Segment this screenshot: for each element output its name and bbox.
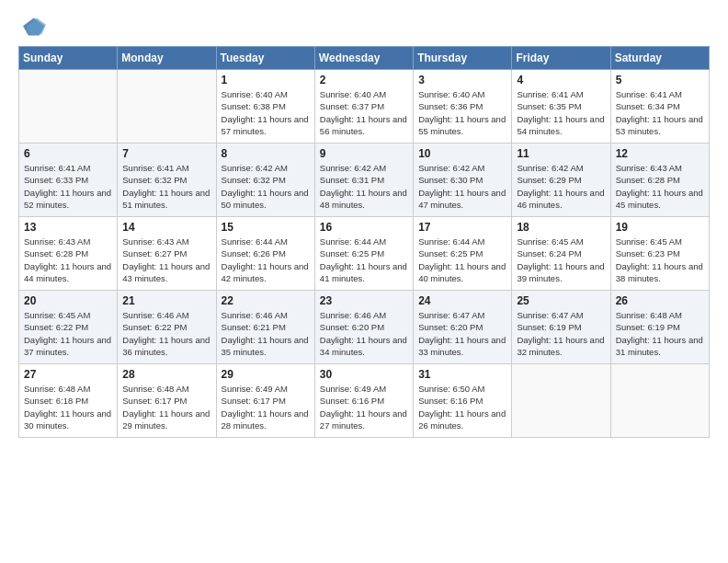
- calendar-cell: 7Sunrise: 6:41 AMSunset: 6:32 PMDaylight…: [118, 144, 216, 217]
- calendar-cell: 25Sunrise: 6:47 AMSunset: 6:19 PMDayligh…: [512, 291, 610, 364]
- day-number: 19: [616, 221, 704, 234]
- day-number: 16: [320, 221, 408, 234]
- cell-detail: Sunrise: 6:42 AMSunset: 6:30 PMDaylight:…: [418, 162, 506, 211]
- cell-detail: Sunrise: 6:45 AMSunset: 6:22 PMDaylight:…: [24, 309, 112, 358]
- day-number: 23: [320, 294, 408, 307]
- calendar-table: SundayMondayTuesdayWednesdayThursdayFrid…: [18, 46, 710, 438]
- days-header-row: SundayMondayTuesdayWednesdayThursdayFrid…: [19, 47, 710, 70]
- day-number: 22: [222, 294, 310, 307]
- day-number: 18: [517, 221, 605, 234]
- cell-detail: Sunrise: 6:42 AMSunset: 6:31 PMDaylight:…: [320, 162, 408, 211]
- day-number: 2: [320, 74, 408, 86]
- calendar-cell: 22Sunrise: 6:46 AMSunset: 6:21 PMDayligh…: [216, 291, 314, 364]
- day-number: 1: [222, 74, 310, 86]
- day-header-saturday: Saturday: [610, 47, 709, 70]
- day-number: 3: [418, 74, 506, 86]
- day-number: 30: [320, 368, 408, 381]
- day-number: 15: [222, 221, 310, 234]
- cell-detail: Sunrise: 6:45 AMSunset: 6:23 PMDaylight:…: [616, 236, 704, 284]
- cell-detail: Sunrise: 6:48 AMSunset: 6:17 PMDaylight:…: [122, 383, 210, 431]
- calendar-cell: 20Sunrise: 6:45 AMSunset: 6:22 PMDayligh…: [19, 291, 118, 364]
- calendar-week-5: 27Sunrise: 6:48 AMSunset: 6:18 PMDayligh…: [19, 364, 710, 438]
- day-number: 5: [616, 74, 704, 86]
- calendar-cell: 8Sunrise: 6:42 AMSunset: 6:32 PMDaylight…: [216, 144, 314, 217]
- cell-detail: Sunrise: 6:46 AMSunset: 6:20 PMDaylight:…: [320, 309, 408, 358]
- day-number: 17: [418, 221, 506, 234]
- cell-detail: Sunrise: 6:43 AMSunset: 6:28 PMDaylight:…: [24, 236, 112, 284]
- calendar-cell: 2Sunrise: 6:40 AMSunset: 6:37 PMDaylight…: [314, 70, 413, 144]
- calendar-cell: 31Sunrise: 6:50 AMSunset: 6:16 PMDayligh…: [414, 364, 512, 438]
- calendar-cell: 26Sunrise: 6:48 AMSunset: 6:19 PMDayligh…: [610, 291, 709, 364]
- logo: [18, 17, 46, 40]
- day-number: 8: [222, 147, 310, 160]
- day-header-thursday: Thursday: [414, 47, 512, 70]
- calendar-cell: [19, 70, 118, 144]
- day-header-sunday: Sunday: [19, 47, 118, 70]
- calendar-week-1: 1Sunrise: 6:40 AMSunset: 6:38 PMDaylight…: [19, 70, 710, 144]
- cell-detail: Sunrise: 6:47 AMSunset: 6:20 PMDaylight:…: [418, 309, 506, 358]
- cell-detail: Sunrise: 6:42 AMSunset: 6:29 PMDaylight:…: [517, 162, 605, 211]
- day-number: 26: [616, 294, 704, 307]
- calendar-cell: 17Sunrise: 6:44 AMSunset: 6:25 PMDayligh…: [414, 217, 512, 291]
- calendar-week-3: 13Sunrise: 6:43 AMSunset: 6:28 PMDayligh…: [19, 217, 710, 291]
- calendar-cell: 12Sunrise: 6:43 AMSunset: 6:28 PMDayligh…: [610, 144, 709, 217]
- header: [18, 17, 710, 40]
- cell-detail: Sunrise: 6:43 AMSunset: 6:27 PMDaylight:…: [122, 236, 210, 284]
- day-number: 21: [122, 294, 210, 307]
- cell-detail: Sunrise: 6:42 AMSunset: 6:32 PMDaylight:…: [222, 162, 310, 211]
- calendar-cell: 14Sunrise: 6:43 AMSunset: 6:27 PMDayligh…: [118, 217, 216, 291]
- cell-detail: Sunrise: 6:41 AMSunset: 6:33 PMDaylight:…: [24, 162, 112, 211]
- calendar-cell: 15Sunrise: 6:44 AMSunset: 6:26 PMDayligh…: [216, 217, 314, 291]
- calendar-cell: 3Sunrise: 6:40 AMSunset: 6:36 PMDaylight…: [414, 70, 512, 144]
- cell-detail: Sunrise: 6:48 AMSunset: 6:18 PMDaylight:…: [24, 383, 112, 431]
- cell-detail: Sunrise: 6:41 AMSunset: 6:35 PMDaylight:…: [517, 88, 605, 137]
- day-number: 31: [418, 368, 506, 381]
- day-number: 4: [517, 74, 605, 86]
- calendar-cell: 11Sunrise: 6:42 AMSunset: 6:29 PMDayligh…: [512, 144, 610, 217]
- day-number: 24: [418, 294, 506, 307]
- cell-detail: Sunrise: 6:40 AMSunset: 6:37 PMDaylight:…: [320, 88, 408, 137]
- calendar-cell: 9Sunrise: 6:42 AMSunset: 6:31 PMDaylight…: [314, 144, 413, 217]
- day-number: 12: [616, 147, 704, 160]
- cell-detail: Sunrise: 6:40 AMSunset: 6:36 PMDaylight:…: [418, 88, 506, 137]
- day-number: 14: [122, 221, 210, 234]
- cell-detail: Sunrise: 6:50 AMSunset: 6:16 PMDaylight:…: [418, 383, 506, 431]
- calendar-cell: 13Sunrise: 6:43 AMSunset: 6:28 PMDayligh…: [19, 217, 118, 291]
- day-number: 27: [24, 368, 112, 381]
- logo-icon: [20, 17, 46, 37]
- cell-detail: Sunrise: 6:40 AMSunset: 6:38 PMDaylight:…: [222, 88, 310, 137]
- day-number: 9: [320, 147, 408, 160]
- cell-detail: Sunrise: 6:41 AMSunset: 6:34 PMDaylight:…: [616, 88, 704, 137]
- calendar-cell: [610, 364, 709, 438]
- calendar-cell: 4Sunrise: 6:41 AMSunset: 6:35 PMDaylight…: [512, 70, 610, 144]
- calendar-cell: 30Sunrise: 6:49 AMSunset: 6:16 PMDayligh…: [314, 364, 413, 438]
- day-header-wednesday: Wednesday: [314, 47, 413, 70]
- page: SundayMondayTuesdayWednesdayThursdayFrid…: [0, 0, 728, 563]
- day-number: 7: [122, 147, 210, 160]
- day-number: 29: [222, 368, 310, 381]
- cell-detail: Sunrise: 6:46 AMSunset: 6:22 PMDaylight:…: [122, 309, 210, 358]
- calendar-cell: 1Sunrise: 6:40 AMSunset: 6:38 PMDaylight…: [216, 70, 314, 144]
- day-header-tuesday: Tuesday: [216, 47, 314, 70]
- calendar-week-2: 6Sunrise: 6:41 AMSunset: 6:33 PMDaylight…: [19, 144, 710, 217]
- day-number: 20: [24, 294, 112, 307]
- cell-detail: Sunrise: 6:44 AMSunset: 6:26 PMDaylight:…: [222, 236, 310, 284]
- calendar-cell: 10Sunrise: 6:42 AMSunset: 6:30 PMDayligh…: [414, 144, 512, 217]
- day-header-monday: Monday: [118, 47, 216, 70]
- calendar-cell: 21Sunrise: 6:46 AMSunset: 6:22 PMDayligh…: [118, 291, 216, 364]
- day-number: 11: [517, 147, 605, 160]
- calendar-cell: 19Sunrise: 6:45 AMSunset: 6:23 PMDayligh…: [610, 217, 709, 291]
- calendar-cell: 5Sunrise: 6:41 AMSunset: 6:34 PMDaylight…: [610, 70, 709, 144]
- cell-detail: Sunrise: 6:49 AMSunset: 6:17 PMDaylight:…: [222, 383, 310, 431]
- cell-detail: Sunrise: 6:46 AMSunset: 6:21 PMDaylight:…: [222, 309, 310, 358]
- cell-detail: Sunrise: 6:49 AMSunset: 6:16 PMDaylight:…: [320, 383, 408, 431]
- calendar-cell: 16Sunrise: 6:44 AMSunset: 6:25 PMDayligh…: [314, 217, 413, 291]
- day-number: 13: [24, 221, 112, 234]
- svg-marker-1: [27, 17, 46, 35]
- calendar-cell: 24Sunrise: 6:47 AMSunset: 6:20 PMDayligh…: [414, 291, 512, 364]
- cell-detail: Sunrise: 6:41 AMSunset: 6:32 PMDaylight:…: [122, 162, 210, 211]
- cell-detail: Sunrise: 6:48 AMSunset: 6:19 PMDaylight:…: [616, 309, 704, 358]
- day-number: 10: [418, 147, 506, 160]
- cell-detail: Sunrise: 6:45 AMSunset: 6:24 PMDaylight:…: [517, 236, 605, 284]
- calendar-cell: 6Sunrise: 6:41 AMSunset: 6:33 PMDaylight…: [19, 144, 118, 217]
